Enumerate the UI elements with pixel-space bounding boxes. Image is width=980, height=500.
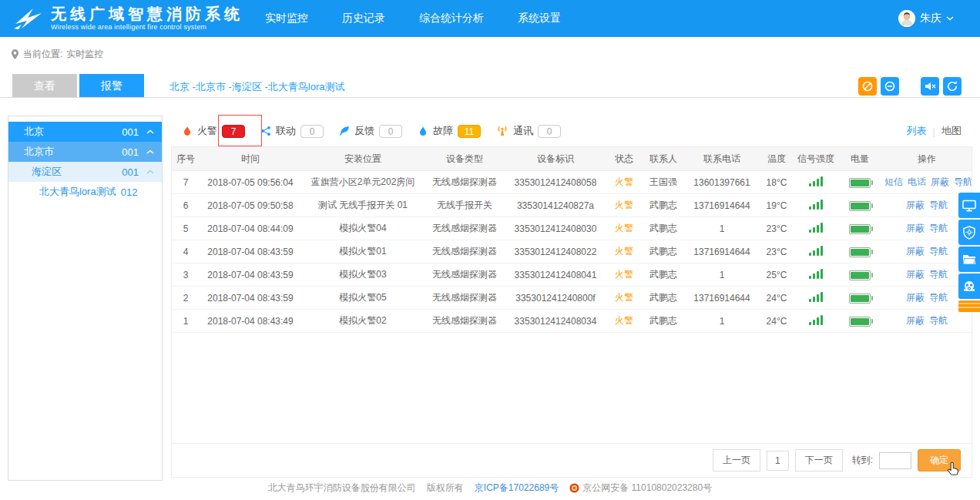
nav-history[interactable]: 历史记录: [342, 12, 385, 25]
toolbar-gap: [903, 77, 917, 96]
cell-signal: [794, 292, 837, 304]
alarm-table-panel: 序号 时间 安装位置 设备类型 设备标识 状态 联系人 联系电话 温度 信号强度…: [171, 146, 972, 478]
filter-count-badge: 0: [538, 125, 561, 138]
tree-item-lora-test[interactable]: 北大青鸟lora测试 012: [8, 182, 162, 202]
gas-mask-icon: [962, 280, 976, 293]
action-shield[interactable]: 屏蔽: [906, 200, 925, 210]
cell-device-type: 无线感烟探测器: [425, 176, 505, 189]
col-no: 序号: [172, 153, 200, 166]
action-shield[interactable]: 屏蔽: [906, 292, 925, 303]
action-shield[interactable]: 屏蔽: [906, 269, 925, 280]
signal-strength-icon: [809, 200, 823, 210]
tree-count: 012: [121, 186, 138, 198]
forbid-button[interactable]: [858, 77, 877, 96]
tree-item-haidian[interactable]: 海淀区 001: [8, 162, 162, 182]
app-subtitle: Wireless wide area intelligent fire cont…: [51, 24, 243, 32]
cell-signal: [794, 223, 837, 235]
status-badge: 火警: [606, 199, 642, 212]
battery-icon: [849, 270, 871, 280]
cell-no: 6: [172, 200, 200, 211]
footer-police-number: 京公网安备 11010802023280号: [582, 482, 712, 495]
action-shield[interactable]: 屏蔽: [906, 223, 925, 233]
cell-battery: [837, 292, 882, 303]
assistant-banner[interactable]: [958, 300, 980, 312]
avatar: [898, 10, 915, 27]
tree-item-beijing[interactable]: 北京 001: [8, 122, 162, 142]
shield-settings-button[interactable]: [958, 220, 980, 245]
next-page-button[interactable]: 下一页: [795, 449, 843, 471]
nav-settings[interactable]: 系统设置: [518, 12, 561, 25]
filter-fault[interactable]: 故障 11: [418, 124, 481, 138]
filter-linkage[interactable]: 联动 0: [260, 124, 324, 138]
action-navigate[interactable]: 导航: [929, 315, 948, 326]
tree-item-beijing-city[interactable]: 北京市 001: [8, 142, 162, 162]
table-row: 1 2018-07-04 08:43:49 模拟火警02 无线感烟探测器 335…: [172, 310, 972, 333]
goto-label: 转到:: [852, 454, 873, 467]
page-number[interactable]: 1: [767, 451, 789, 471]
signal-strength-icon: [809, 176, 823, 186]
action-navigate[interactable]: 导航: [929, 269, 948, 280]
filter-count-badge: 7: [222, 125, 245, 138]
cell-phone: 13716914644: [685, 247, 759, 257]
cell-device-id: 3353012412408022: [505, 247, 606, 257]
action-shield[interactable]: 屏蔽: [931, 176, 949, 187]
refresh-icon: [946, 80, 958, 92]
filter-label: 故障: [433, 124, 453, 138]
table-header: 序号 时间 安装位置 设备类型 设备标识 状态 联系人 联系电话 温度 信号强度…: [172, 147, 972, 171]
view-map-link[interactable]: 地图: [941, 124, 962, 138]
pagination: 上一页 1 下一页 转到: 确定: [172, 443, 972, 477]
footer-icp-link[interactable]: 京ICP备17022689号: [475, 482, 559, 495]
nav-realtime-monitor[interactable]: 实时监控: [265, 12, 308, 25]
cell-actions: 短信电话屏蔽导航: [882, 176, 972, 189]
action-navigate[interactable]: 导航: [929, 292, 948, 303]
status-badge: 火警: [606, 291, 642, 304]
action-navigate[interactable]: 导航: [929, 223, 948, 233]
cell-no: 4: [172, 247, 200, 257]
folder-button[interactable]: [958, 247, 980, 272]
cell-actions: 屏蔽导航: [882, 314, 972, 327]
col-time: 时间: [200, 153, 301, 166]
confirm-button[interactable]: 确定: [918, 449, 961, 471]
view-switch-separator: |: [933, 126, 935, 137]
action-navigate[interactable]: 导航: [954, 176, 972, 187]
alarm-filters: 火警 7 联动 0 反馈 0 故障 11 通讯 0 列表 | 地图: [171, 119, 972, 143]
user-menu[interactable]: 朱庆: [898, 10, 954, 27]
action-navigate[interactable]: 导航: [929, 200, 948, 210]
cell-device-id: 33530141240827a: [505, 200, 606, 211]
forbid-icon: [861, 80, 874, 92]
feedback-icon: [339, 126, 350, 136]
folder-icon: [962, 253, 976, 265]
tree-label: 北大青鸟lora测试: [39, 185, 116, 199]
cell-phone: 13716914644: [685, 293, 759, 304]
prev-page-button[interactable]: 上一页: [713, 449, 760, 471]
action-navigate[interactable]: 导航: [929, 246, 948, 257]
tab-view[interactable]: 查看: [12, 74, 77, 97]
minus-button[interactable]: [881, 77, 899, 96]
cell-device-id: 335301241240800f: [505, 293, 606, 304]
monitor-button[interactable]: [958, 193, 980, 218]
cell-temp: 23°C: [759, 223, 794, 234]
cell-temp: 24°C: [759, 293, 794, 304]
gas-mask-button[interactable]: [958, 273, 980, 299]
battery-icon: [849, 294, 871, 304]
goto-page-input[interactable]: [879, 452, 911, 469]
filter-label: 火警: [197, 124, 217, 138]
cell-phone: 1: [685, 316, 759, 327]
action-sms[interactable]: 短信: [884, 176, 903, 187]
action-call[interactable]: 电话: [908, 176, 926, 187]
filter-fire[interactable]: 火警 7: [182, 124, 245, 138]
view-list-link[interactable]: 列表: [907, 124, 927, 138]
view-tabs: 查看 报警: [12, 74, 144, 97]
breadcrumb: 当前位置: 实时监控: [11, 48, 103, 61]
nav-statistics[interactable]: 综合统计分析: [419, 12, 484, 25]
action-shield[interactable]: 屏蔽: [906, 246, 925, 257]
filter-comm[interactable]: 通讯 0: [496, 124, 561, 138]
action-shield[interactable]: 屏蔽: [906, 315, 925, 326]
signal-strength-icon: [809, 292, 823, 302]
filter-feedback[interactable]: 反馈 0: [339, 124, 402, 138]
mute-button[interactable]: [921, 77, 939, 96]
cell-device-type: 无线感烟探测器: [425, 268, 505, 281]
region-path: 北京 -北京市 -海淀区 -北大青鸟lora测试: [169, 80, 345, 94]
tab-alarm[interactable]: 报警: [79, 74, 144, 97]
refresh-button[interactable]: [943, 77, 962, 96]
